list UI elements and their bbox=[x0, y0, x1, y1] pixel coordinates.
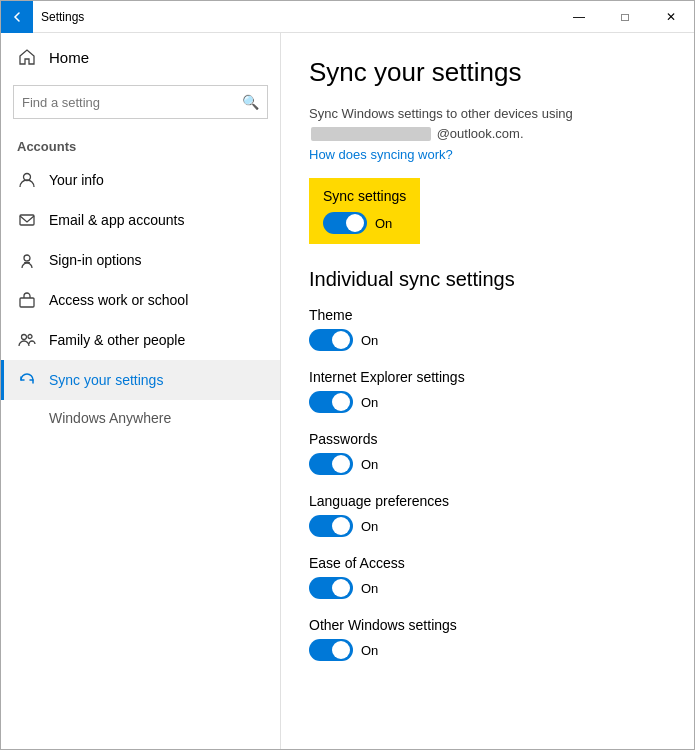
other-windows-toggle-state: On bbox=[361, 643, 378, 658]
sidebar-section-title: Accounts bbox=[1, 127, 280, 160]
language-toggle[interactable] bbox=[309, 515, 353, 537]
ie-settings-toggle-row: On bbox=[309, 391, 666, 413]
sidebar-item-family[interactable]: Family & other people bbox=[1, 320, 280, 360]
other-toggle-thumb bbox=[332, 641, 350, 659]
sidebar-item-access-work[interactable]: Access work or school bbox=[1, 280, 280, 320]
content-area: Sync your settings Sync Windows settings… bbox=[281, 33, 694, 749]
home-label: Home bbox=[49, 49, 89, 66]
email-blur bbox=[311, 127, 431, 141]
ease-of-access-toggle-state: On bbox=[361, 581, 378, 596]
email-icon bbox=[17, 210, 37, 230]
sync-settings-toggle-state: On bbox=[375, 216, 392, 231]
svg-rect-1 bbox=[20, 215, 34, 225]
theme-toggle-thumb bbox=[332, 331, 350, 349]
language-label: Language preferences bbox=[309, 493, 666, 509]
theme-toggle[interactable] bbox=[309, 329, 353, 351]
other-windows-toggle-row: On bbox=[309, 639, 666, 661]
minimize-button[interactable]: — bbox=[556, 1, 602, 33]
ie-toggle-thumb bbox=[332, 393, 350, 411]
sidebar-item-email-accounts[interactable]: Email & app accounts bbox=[1, 200, 280, 240]
language-toggle-row: On bbox=[309, 515, 666, 537]
page-title: Sync your settings bbox=[309, 57, 666, 88]
sidebar-item-signin-options[interactable]: Sign-in options bbox=[1, 240, 280, 280]
windows-anywhere-label: Windows Anywhere bbox=[49, 410, 171, 426]
sidebar-label-email-accounts: Email & app accounts bbox=[49, 212, 184, 228]
sync-icon bbox=[17, 370, 37, 390]
svg-point-6 bbox=[28, 335, 32, 339]
passwords-toggle-state: On bbox=[361, 457, 378, 472]
sidebar-label-your-info: Your info bbox=[49, 172, 104, 188]
work-icon bbox=[17, 290, 37, 310]
sidebar: Home 🔍 Accounts Your info bbox=[1, 33, 281, 749]
theme-toggle-row: On bbox=[309, 329, 666, 351]
sidebar-item-home[interactable]: Home bbox=[1, 33, 280, 81]
ease-of-access-label: Ease of Access bbox=[309, 555, 666, 571]
other-windows-label: Other Windows settings bbox=[309, 617, 666, 633]
individual-item-other-windows: Other Windows settings On bbox=[309, 617, 666, 661]
individual-item-ie-settings: Internet Explorer settings On bbox=[309, 369, 666, 413]
description-email: @outlook.com. bbox=[437, 126, 524, 141]
search-input[interactable] bbox=[22, 95, 242, 110]
sync-settings-toggle-row: On bbox=[323, 212, 406, 234]
sync-settings-toggle[interactable] bbox=[323, 212, 367, 234]
search-box[interactable]: 🔍 bbox=[13, 85, 268, 119]
sidebar-label-access-work: Access work or school bbox=[49, 292, 188, 308]
individual-item-passwords: Passwords On bbox=[309, 431, 666, 475]
home-icon bbox=[17, 47, 37, 67]
how-does-syncing-link[interactable]: How does syncing work? bbox=[309, 147, 666, 162]
ie-settings-label: Internet Explorer settings bbox=[309, 369, 666, 385]
passwords-toggle-track[interactable] bbox=[309, 453, 353, 475]
close-button[interactable]: ✕ bbox=[648, 1, 694, 33]
individual-section-title: Individual sync settings bbox=[309, 268, 666, 291]
individual-item-theme: Theme On bbox=[309, 307, 666, 351]
maximize-button[interactable]: □ bbox=[602, 1, 648, 33]
sync-settings-box-label: Sync settings bbox=[323, 188, 406, 204]
other-toggle-track[interactable] bbox=[309, 639, 353, 661]
theme-toggle-track[interactable] bbox=[309, 329, 353, 351]
passwords-label: Passwords bbox=[309, 431, 666, 447]
window-controls: — □ ✕ bbox=[556, 1, 694, 33]
individual-item-ease-of-access: Ease of Access On bbox=[309, 555, 666, 599]
language-toggle-state: On bbox=[361, 519, 378, 534]
search-icon: 🔍 bbox=[242, 94, 259, 110]
ease-of-access-toggle-row: On bbox=[309, 577, 666, 599]
ie-toggle-track[interactable] bbox=[309, 391, 353, 413]
passwords-toggle-thumb bbox=[332, 455, 350, 473]
language-toggle-track[interactable] bbox=[309, 515, 353, 537]
svg-point-5 bbox=[22, 335, 27, 340]
ease-toggle-track[interactable] bbox=[309, 577, 353, 599]
sidebar-label-sync-settings: Sync your settings bbox=[49, 372, 163, 388]
svg-point-2 bbox=[24, 255, 30, 261]
titlebar: Settings — □ ✕ bbox=[1, 1, 694, 33]
language-toggle-thumb bbox=[332, 517, 350, 535]
passwords-toggle-row: On bbox=[309, 453, 666, 475]
sidebar-item-windows-anywhere[interactable]: Windows Anywhere bbox=[1, 400, 280, 436]
ease-toggle-thumb bbox=[332, 579, 350, 597]
sync-settings-box: Sync settings On bbox=[309, 178, 420, 244]
theme-toggle-state: On bbox=[361, 333, 378, 348]
settings-window: Settings — □ ✕ Home 🔍 Accounts bbox=[0, 0, 695, 750]
passwords-toggle[interactable] bbox=[309, 453, 353, 475]
sidebar-label-signin-options: Sign-in options bbox=[49, 252, 142, 268]
sync-toggle-thumb bbox=[346, 214, 364, 232]
ie-settings-toggle[interactable] bbox=[309, 391, 353, 413]
individual-item-language: Language preferences On bbox=[309, 493, 666, 537]
family-icon bbox=[17, 330, 37, 350]
your-info-icon bbox=[17, 170, 37, 190]
sidebar-label-family: Family & other people bbox=[49, 332, 185, 348]
back-button[interactable] bbox=[1, 1, 33, 33]
theme-label: Theme bbox=[309, 307, 666, 323]
sidebar-item-sync-settings[interactable]: Sync your settings bbox=[1, 360, 280, 400]
sync-toggle-track[interactable] bbox=[323, 212, 367, 234]
description-prefix: Sync Windows settings to other devices u… bbox=[309, 106, 573, 121]
signin-icon bbox=[17, 250, 37, 270]
sync-description: Sync Windows settings to other devices u… bbox=[309, 104, 666, 143]
window-title: Settings bbox=[33, 10, 556, 24]
svg-rect-4 bbox=[20, 298, 34, 307]
sidebar-item-your-info[interactable]: Your info bbox=[1, 160, 280, 200]
ie-settings-toggle-state: On bbox=[361, 395, 378, 410]
other-windows-toggle[interactable] bbox=[309, 639, 353, 661]
main-content: Home 🔍 Accounts Your info bbox=[1, 33, 694, 749]
ease-of-access-toggle[interactable] bbox=[309, 577, 353, 599]
